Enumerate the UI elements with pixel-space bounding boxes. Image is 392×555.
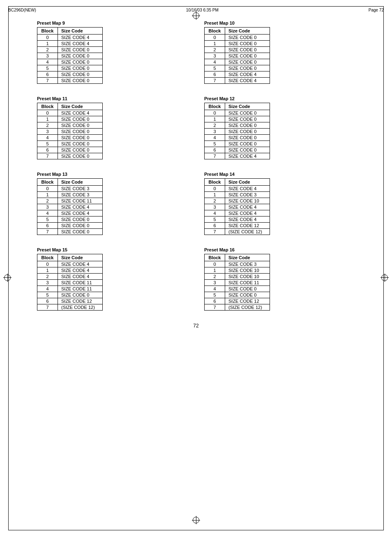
- table-row: 2SIZE CODE 0: [205, 47, 270, 53]
- preset-table-map11: BlockSize Code0SIZE CODE 41SIZE CODE 02S…: [37, 103, 103, 159]
- table-row: 6SIZE CODE 0: [37, 223, 103, 229]
- table-row: 3SIZE CODE 0: [37, 129, 103, 135]
- cell-0-0: 0: [205, 186, 225, 192]
- table-row: 7(SIZE CODE 12): [37, 304, 103, 311]
- table-row: 3SIZE CODE 11: [37, 280, 103, 286]
- table-row: 2SIZE CODE 4: [37, 274, 103, 280]
- maps-grid: Preset Map 9BlockSize Code0SIZE CODE 41S…: [37, 21, 355, 311]
- cell-3-0: 3: [205, 129, 225, 135]
- cell-5-0: 5: [37, 216, 58, 223]
- table-row: 5SIZE CODE 0: [37, 141, 103, 147]
- table-row: 3SIZE CODE 0: [205, 53, 270, 59]
- cell-0-0: 0: [37, 35, 58, 41]
- cell-1-0: 1: [37, 267, 58, 274]
- cell-0-1: SIZE CODE 0: [225, 35, 270, 41]
- table-row: 2SIZE CODE 0: [37, 47, 103, 53]
- cell-4-0: 4: [37, 210, 58, 216]
- cell-1-1: SIZE CODE 10: [225, 267, 270, 274]
- cell-5-0: 5: [37, 141, 58, 147]
- cell-3-1: SIZE CODE 0: [58, 53, 103, 59]
- cell-7-0: 7: [205, 304, 225, 311]
- table-row: 4SIZE CODE 0: [205, 59, 270, 65]
- table-row: 7(SIZE CODE 12): [205, 304, 270, 311]
- cell-6-1: SIZE CODE 12: [58, 298, 103, 304]
- cell-4-1: SIZE CODE 0: [225, 59, 270, 65]
- preset-map-map14: Preset Map 14BlockSize Code0SIZE CODE 41…: [204, 172, 355, 235]
- cell-5-1: SIZE CODE 0: [58, 292, 103, 298]
- cell-2-0: 2: [37, 274, 58, 280]
- cell-2-1: SIZE CODE 4: [58, 274, 103, 280]
- preset-map-map16: Preset Map 16BlockSize Code0SIZE CODE 31…: [204, 247, 355, 311]
- cell-3-0: 3: [205, 280, 225, 286]
- cell-7-1: (SIZE CODE 12): [225, 304, 270, 311]
- cell-4-1: SIZE CODE 0: [58, 59, 103, 65]
- table-row: 5SIZE CODE 0: [205, 141, 270, 147]
- col-header-1: Size Code: [225, 179, 270, 186]
- cell-6-1: SIZE CODE 12: [225, 298, 270, 304]
- col-header-0: Block: [37, 179, 58, 186]
- cell-2-0: 2: [37, 122, 58, 129]
- header-center: 10/16/03 6:35 PM: [186, 8, 219, 12]
- table-row: 0SIZE CODE 3: [37, 186, 103, 192]
- header-left: BC296D(NEW): [8, 8, 36, 12]
- table-row: 0SIZE CODE 4: [37, 261, 103, 267]
- table-row: 6SIZE CODE 12: [205, 298, 270, 304]
- cell-4-0: 4: [205, 135, 225, 141]
- table-row: 0SIZE CODE 3: [205, 261, 270, 267]
- table-row: 6SIZE CODE 12: [37, 298, 103, 304]
- preset-map-map12: Preset Map 12BlockSize Code0SIZE CODE 01…: [204, 96, 355, 159]
- footer: 72: [37, 323, 355, 333]
- table-row: 4SIZE CODE 0: [205, 286, 270, 292]
- cell-6-0: 6: [205, 223, 225, 229]
- preset-map-map9: Preset Map 9BlockSize Code0SIZE CODE 41S…: [37, 21, 188, 84]
- cell-3-0: 3: [37, 204, 58, 210]
- page-number: 72: [193, 323, 198, 329]
- cell-2-1: SIZE CODE 0: [58, 47, 103, 53]
- table-row: 6SIZE CODE 0: [37, 147, 103, 153]
- table-row: 5SIZE CODE 0: [205, 65, 270, 71]
- cell-6-1: SIZE CODE 0: [58, 71, 103, 78]
- cell-6-0: 6: [205, 298, 225, 304]
- cell-7-0: 7: [205, 78, 225, 84]
- cell-6-0: 6: [37, 298, 58, 304]
- col-header-0: Block: [205, 254, 225, 261]
- table-row: 1SIZE CODE 0: [205, 116, 270, 122]
- cell-6-0: 6: [37, 223, 58, 229]
- cell-0-1: SIZE CODE 4: [58, 35, 103, 41]
- cell-0-1: SIZE CODE 0: [225, 110, 270, 116]
- preset-table-map15: BlockSize Code0SIZE CODE 41SIZE CODE 42S…: [37, 254, 103, 311]
- cell-1-1: SIZE CODE 4: [58, 41, 103, 47]
- cell-4-1: SIZE CODE 4: [225, 210, 270, 216]
- table-row: 0SIZE CODE 0: [205, 110, 270, 116]
- col-header-1: Size Code: [58, 103, 103, 110]
- cell-0-1: SIZE CODE 4: [225, 186, 270, 192]
- cell-4-1: SIZE CODE 0: [225, 286, 270, 292]
- table-row: 3SIZE CODE 0: [205, 129, 270, 135]
- table-row: 2SIZE CODE 0: [205, 122, 270, 129]
- table-row: 0SIZE CODE 0: [205, 35, 270, 41]
- table-row: 3SIZE CODE 11: [205, 280, 270, 286]
- cell-2-0: 2: [37, 198, 58, 204]
- cell-1-1: SIZE CODE 3: [225, 192, 270, 198]
- preset-title-map13: Preset Map 13: [37, 172, 188, 177]
- cell-3-1: SIZE CODE 0: [225, 53, 270, 59]
- cell-1-0: 1: [37, 41, 58, 47]
- cell-1-1: SIZE CODE 0: [225, 41, 270, 47]
- cell-3-1: SIZE CODE 4: [58, 204, 103, 210]
- cell-5-1: SIZE CODE 0: [225, 141, 270, 147]
- cell-6-0: 6: [37, 147, 58, 153]
- cell-0-1: SIZE CODE 3: [58, 186, 103, 192]
- side-line-left: [8, 6, 9, 530]
- cell-7-0: 7: [37, 229, 58, 235]
- reg-mark-top: [192, 12, 200, 20]
- cell-6-0: 6: [205, 71, 225, 78]
- table-row: 5SIZE CODE 0: [37, 216, 103, 223]
- cell-2-1: SIZE CODE 0: [58, 122, 103, 129]
- cell-5-1: SIZE CODE 0: [58, 141, 103, 147]
- side-line-right: [383, 6, 384, 530]
- table-row: 4SIZE CODE 0: [37, 135, 103, 141]
- cell-4-1: SIZE CODE 4: [58, 210, 103, 216]
- table-row: 0SIZE CODE 4: [205, 186, 270, 192]
- preset-table-map16: BlockSize Code0SIZE CODE 31SIZE CODE 102…: [204, 254, 270, 311]
- cell-0-0: 0: [37, 261, 58, 267]
